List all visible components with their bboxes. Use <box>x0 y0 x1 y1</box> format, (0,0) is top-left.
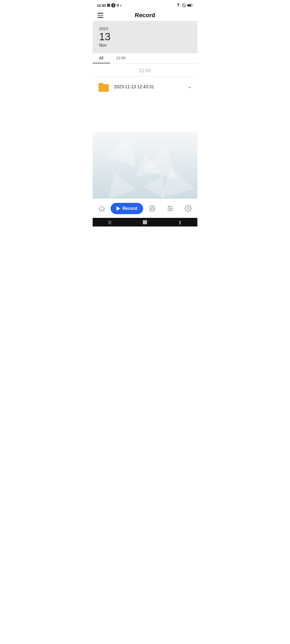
nav-settings-button[interactable] <box>179 205 197 212</box>
status-1-badge: 1 <box>111 3 115 8</box>
nav-home-button[interactable] <box>93 205 111 212</box>
bottom-nav: Record <box>93 199 197 218</box>
nav-tune-button[interactable] <box>161 205 179 212</box>
record-button[interactable]: Record <box>111 203 143 214</box>
android-nav-bar: ||| ⬜ ❮ <box>93 218 197 226</box>
svg-point-13 <box>168 206 170 207</box>
date-month: Nov <box>99 43 191 48</box>
status-left: 12:43 🖼 1 G • <box>97 3 121 8</box>
date-section: 2023 13 Nov <box>93 21 197 53</box>
page-title: Record <box>135 12 155 19</box>
date-day: 13 <box>99 31 191 43</box>
nav-driving-button[interactable] <box>143 205 161 212</box>
home-icon <box>98 205 106 212</box>
record-timestamp: 2023-11-13 12:43:31 <box>114 85 182 89</box>
background-decoration <box>93 132 197 207</box>
no-alarm-icon <box>182 3 186 8</box>
folder-icon <box>98 82 110 92</box>
svg-point-14 <box>171 208 172 209</box>
android-recents-button[interactable]: ||| <box>108 220 111 224</box>
tabs: All 12:00 <box>93 53 197 64</box>
header: Record <box>93 10 197 21</box>
svg-point-16 <box>187 207 189 209</box>
svg-line-9 <box>153 209 155 210</box>
svg-line-2 <box>183 4 186 7</box>
svg-rect-4 <box>188 5 191 6</box>
android-home-button[interactable]: ⬜ <box>143 220 147 224</box>
status-time: 12:43 <box>97 3 106 8</box>
gear-icon <box>184 205 192 212</box>
status-dot: • <box>120 3 122 8</box>
svg-point-15 <box>169 210 171 211</box>
time-group-label: 12:00 <box>93 64 197 77</box>
record-button-label: Record <box>122 206 137 211</box>
deco-tri-4 <box>100 168 136 199</box>
tab-1200[interactable]: 12:00 <box>110 53 132 63</box>
status-icons <box>176 3 193 8</box>
status-g-icon: G <box>117 3 119 7</box>
play-icon <box>117 206 120 211</box>
wifi-icon <box>176 3 181 7</box>
tab-all[interactable]: All <box>93 53 110 63</box>
tune-icon <box>166 205 174 212</box>
status-gallery-icon: 🖼 <box>107 3 110 7</box>
steering-wheel-icon <box>148 205 156 212</box>
date-year: 2023 <box>99 26 191 31</box>
svg-line-8 <box>150 209 151 210</box>
status-bar: 12:43 🖼 1 G • <box>93 0 197 10</box>
svg-point-6 <box>151 207 153 209</box>
android-back-button[interactable]: ❮ <box>179 220 182 224</box>
record-list-item[interactable]: 2023-11-13 12:43:31 → <box>93 77 197 97</box>
arrow-right-icon: → <box>187 84 192 90</box>
svg-point-0 <box>178 6 179 7</box>
hamburger-menu-button[interactable] <box>97 13 103 18</box>
battery-icon <box>187 4 193 7</box>
